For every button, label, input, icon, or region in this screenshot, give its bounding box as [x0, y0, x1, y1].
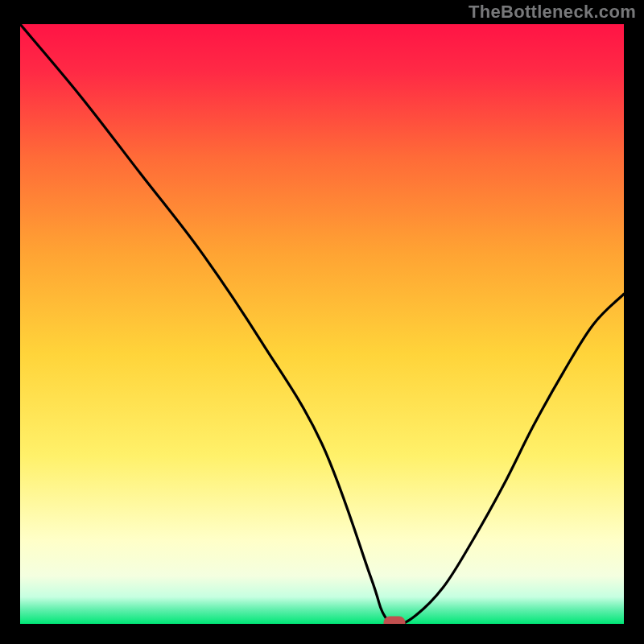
chart-container: TheBottleneck.com — [0, 0, 644, 644]
watermark-text: TheBottleneck.com — [469, 2, 636, 23]
bottleneck-chart — [0, 0, 644, 644]
optimum-marker — [384, 617, 405, 630]
plot-background — [20, 24, 624, 624]
